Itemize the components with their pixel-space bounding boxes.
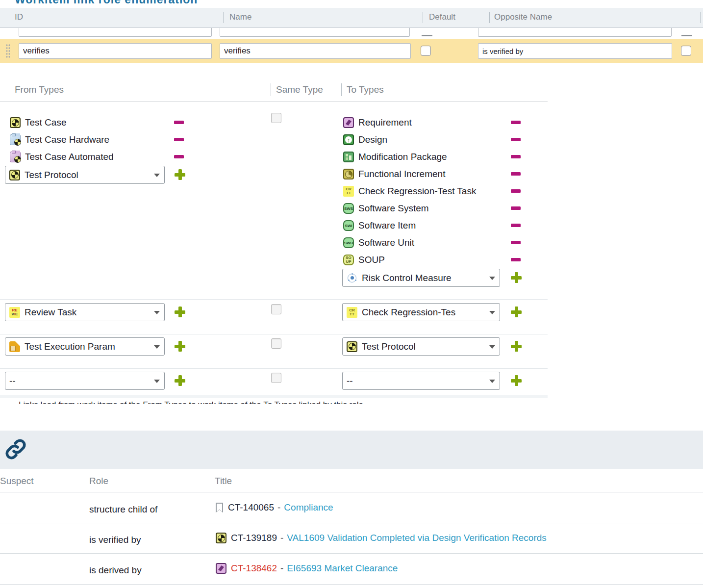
remove-to-type-button[interactable]	[511, 258, 521, 261]
to-type-item: Software Unit	[343, 236, 414, 250]
soup-icon	[343, 255, 354, 265]
linked-item-title-cell: CT-139189 - VAL1609 Validation Completed…	[216, 533, 547, 543]
risk-control-measure-icon	[347, 273, 357, 283]
add-to-type-button[interactable]	[511, 341, 522, 352]
check-regression-test-task-icon	[347, 307, 357, 318]
design-icon	[343, 134, 354, 145]
column-divider	[341, 83, 342, 96]
remove-from-type-button[interactable]	[174, 121, 184, 124]
page-title-clipped: Workitem link role enumeration	[15, 0, 270, 6]
same-type-checkbox[interactable]	[271, 338, 281, 349]
work-item-link[interactable]: VAL1609 Validation Completed via Design …	[287, 533, 547, 543]
requirement-icon	[343, 117, 354, 128]
work-item-id: CT-140065	[228, 502, 274, 513]
from-type-select[interactable]: Test Protocol	[5, 166, 165, 184]
add-from-type-button[interactable]	[175, 169, 185, 180]
remove-to-type-button[interactable]	[511, 241, 521, 244]
review-task-icon	[9, 307, 20, 318]
test-protocol-icon	[9, 170, 20, 180]
remove-to-type-button[interactable]	[511, 189, 521, 193]
opposite-name-input-partial[interactable]	[478, 28, 672, 37]
row-divider	[0, 368, 548, 369]
add-from-type-button[interactable]	[175, 307, 185, 317]
column-divider	[271, 83, 271, 96]
link-chain-icon	[3, 436, 28, 462]
to-type-select[interactable]: --	[342, 372, 500, 390]
check-regression-test-task-icon	[343, 186, 354, 197]
from-type-select[interactable]: --	[5, 372, 165, 390]
section-separator	[0, 395, 548, 398]
from-type-select[interactable]: Review Task	[5, 303, 165, 321]
id-input[interactable]	[19, 43, 212, 59]
remove-to-type-button[interactable]	[511, 224, 521, 227]
linked-item-title-cell: CT-138462 - EI65693 Market Clearance	[216, 563, 398, 574]
id-input-partial[interactable]	[19, 28, 212, 37]
column-header-name: Name	[229, 12, 251, 22]
from-type-item: Test Case Hardware	[10, 133, 109, 147]
same-type-header: Same Type	[276, 84, 323, 95]
software-system-icon	[343, 203, 354, 214]
to-type-item: Check Regression-Test Task	[343, 184, 476, 198]
from-type-select[interactable]: Test Execution Param	[5, 337, 165, 356]
to-type-item: Requirement	[343, 116, 412, 129]
add-to-type-button[interactable]	[511, 375, 522, 386]
to-type-item: Design	[343, 133, 387, 147]
to-type-select[interactable]: Test Protocol	[342, 337, 500, 356]
remove-to-type-button[interactable]	[511, 206, 521, 210]
column-header-id: ID	[15, 12, 23, 22]
header-underline	[0, 102, 548, 102]
to-types-header: To Types	[347, 84, 384, 95]
software-unit-icon	[343, 237, 354, 248]
from-types-header: From Types	[15, 84, 64, 95]
same-type-checkbox[interactable]	[271, 304, 281, 314]
software-item-icon	[343, 220, 354, 231]
column-divider	[489, 12, 490, 23]
remove-to-type-button[interactable]	[511, 121, 521, 124]
remove-to-type-button[interactable]	[511, 138, 521, 141]
work-item-id: CT-139189	[231, 533, 277, 543]
test-protocol-icon	[347, 341, 357, 352]
linked-item-title-cell: CT-140065 - Compliance	[216, 502, 333, 513]
column-divider	[423, 12, 423, 23]
name-input[interactable]	[220, 43, 411, 59]
to-type-select[interactable]: Check Regression-Tes	[342, 303, 500, 321]
add-from-type-button[interactable]	[175, 341, 185, 352]
header-underline	[0, 492, 703, 492]
column-header-default: Default	[429, 12, 455, 22]
row-divider	[0, 334, 548, 334]
test-execution-parameter-icon	[9, 341, 20, 352]
default-checkbox-partial	[422, 35, 432, 36]
remove-from-type-button[interactable]	[174, 155, 184, 158]
requirement-icon	[216, 563, 226, 574]
work-item-link[interactable]: Compliance	[284, 502, 333, 513]
work-item-link[interactable]: EI65693 Market Clearance	[287, 563, 398, 574]
footnote-clipped: Links lead from work items of the From T…	[19, 400, 651, 404]
bookmark-icon	[216, 503, 223, 513]
remove-to-type-button[interactable]	[511, 155, 521, 158]
test-case-automated-icon	[10, 152, 21, 162]
modification-package-icon	[343, 152, 354, 162]
remove-from-type-button[interactable]	[174, 138, 184, 141]
link-role-row-verifies	[0, 39, 703, 63]
row-checkbox[interactable]	[681, 46, 691, 56]
same-type-checkbox[interactable]	[271, 373, 281, 383]
column-header-suspect: Suspect	[0, 476, 34, 486]
same-type-checkbox[interactable]	[271, 113, 281, 123]
row-divider	[0, 553, 703, 554]
functional-increment-icon	[343, 169, 354, 179]
opposite-name-input[interactable]	[478, 43, 672, 59]
row-divider	[0, 523, 703, 523]
default-checkbox[interactable]	[421, 46, 431, 56]
add-to-type-button[interactable]	[511, 307, 522, 317]
test-case-icon	[216, 533, 226, 543]
column-header-role: Role	[89, 476, 108, 486]
add-to-type-button[interactable]	[511, 272, 522, 283]
column-header-title: Title	[215, 476, 232, 486]
column-divider	[223, 12, 224, 23]
remove-to-type-button[interactable]	[511, 172, 521, 176]
drag-handle-icon[interactable]	[6, 44, 10, 58]
from-type-item: Test Case Automated	[10, 150, 114, 164]
name-input-partial[interactable]	[220, 28, 410, 37]
to-type-select[interactable]: Risk Control Measure	[342, 269, 500, 287]
add-from-type-button[interactable]	[175, 375, 185, 386]
